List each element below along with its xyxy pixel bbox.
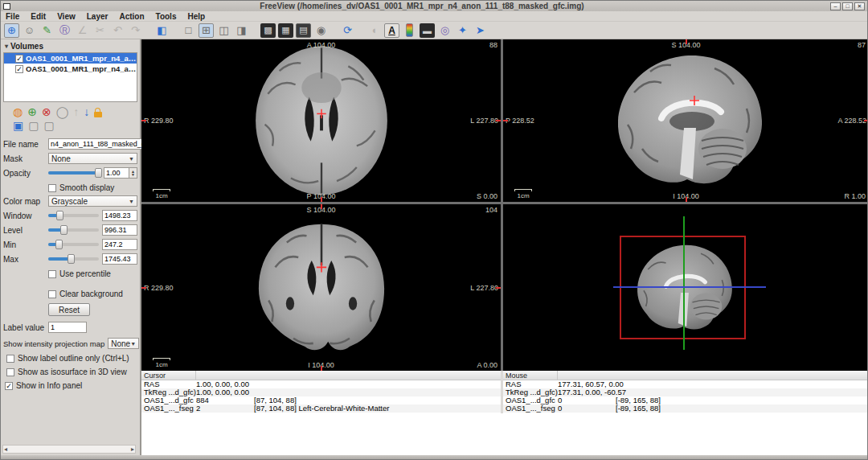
clear-background-label: Clear background xyxy=(59,290,123,298)
opacity-label: Opacity xyxy=(3,169,48,178)
menu-file[interactable]: File xyxy=(6,12,19,21)
info-zone: Cursor RAS 1.00, 0.00, 0.00 TkReg ...d_g… xyxy=(141,371,868,457)
path-edit-tool-icon[interactable]: ✂ xyxy=(92,23,108,38)
color-map-label: Color map xyxy=(3,197,48,206)
reset-button[interactable]: Reset xyxy=(48,303,90,316)
show-info-panel-checkbox[interactable]: ✓ xyxy=(5,382,13,390)
min-slider[interactable] xyxy=(48,243,99,246)
show-isosurface-checkbox[interactable] xyxy=(6,368,14,376)
color-map-dropdown[interactable]: Grayscale ▼ xyxy=(48,195,137,207)
intensity-projection-dropdown[interactable]: None ▼ xyxy=(108,338,139,349)
mask-dropdown[interactable]: None ▼ xyxy=(48,153,137,164)
show-info-panel-label: Show in Info panel xyxy=(16,381,82,390)
maximize-button[interactable]: □ xyxy=(842,2,853,10)
record-movie-icon[interactable]: ◎ xyxy=(437,23,452,38)
collapse-triangle-icon[interactable]: ▾ xyxy=(5,43,8,50)
max-input[interactable] xyxy=(102,253,137,265)
sidebar-horizontal-scrollbar[interactable]: ◂ ▸ xyxy=(2,445,136,454)
menu-tools[interactable]: Tools xyxy=(156,12,177,21)
move-layer-down-icon[interactable]: ↓ xyxy=(84,106,89,118)
reset-view-icon[interactable]: ⟳ xyxy=(340,23,355,38)
volume-list-item[interactable]: ✓ OAS1_0001_MR1_mpr_n4_anon_11... xyxy=(4,64,137,74)
slice-axis-blue[interactable] xyxy=(613,286,766,288)
freeview-window: FreeView (/home/ines_dv/OAS1_0001_MR1_mp… xyxy=(0,0,868,460)
copy-settings-icon[interactable]: ▣ xyxy=(13,120,23,132)
menu-view[interactable]: View xyxy=(57,12,76,21)
view-axial-icon[interactable]: ▩ xyxy=(260,23,276,38)
undo-icon[interactable]: ↶ xyxy=(110,23,125,38)
measure-tool-icon[interactable]: ∠ xyxy=(75,23,90,38)
unlock-layer-icon[interactable] xyxy=(94,112,102,117)
view-coronal-icon[interactable]: ▤ xyxy=(296,23,311,38)
axial-brain-image xyxy=(243,40,400,201)
use-percentile-checkbox[interactable] xyxy=(48,270,56,278)
level-input[interactable] xyxy=(102,224,137,236)
volume-list: ✓ OAS1_0001_MR1_mpr_n4_anon ... ✓ OAS1_0… xyxy=(3,52,137,102)
volume-visible-checkbox[interactable]: ✓ xyxy=(15,55,23,63)
file-name-input[interactable] xyxy=(48,138,147,150)
volumes-header[interactable]: ▾ Volumes xyxy=(5,42,137,51)
sagittal-brain-image xyxy=(592,44,780,197)
info-row: OAS1_..._fseg 2 [87, 104, 88] Left-Cereb… xyxy=(141,405,501,413)
view-3d-icon[interactable]: ◉ xyxy=(313,23,329,38)
volume-list-item[interactable]: ✓ OAS1_0001_MR1_mpr_n4_anon ... xyxy=(4,53,137,64)
menu-action[interactable]: Action xyxy=(119,12,144,21)
minimize-button[interactable]: ‒ xyxy=(830,2,841,10)
volumes-header-label: Volumes xyxy=(10,42,43,51)
coronal-view[interactable]: S 104.00 104 R 229.80 L 227.80 I 104.00 … xyxy=(141,204,501,371)
menu-layer[interactable]: Layer xyxy=(87,12,108,21)
opacity-input[interactable] xyxy=(104,167,129,179)
save-volume-icon[interactable]: ◯ xyxy=(56,106,69,118)
new-volume-icon[interactable]: ◍ xyxy=(13,106,23,118)
clear-background-checkbox[interactable] xyxy=(48,290,56,298)
navigate-tool-icon[interactable]: ⊕ xyxy=(4,23,19,38)
chevron-down-icon: ▼ xyxy=(129,156,134,162)
max-slider[interactable] xyxy=(48,257,99,261)
move-layer-up-icon[interactable]: ↑ xyxy=(73,106,79,118)
redo-icon[interactable]: ↷ xyxy=(128,23,143,38)
window-slider[interactable] xyxy=(48,214,99,217)
view-sagittal-icon[interactable]: ▦ xyxy=(278,23,293,38)
adjust-contrast-icon[interactable]: ▬ xyxy=(420,23,435,38)
min-input[interactable] xyxy=(102,239,137,250)
recon-edit-tool-icon[interactable]: ✎ xyxy=(39,23,55,38)
show-brain-surface-icon[interactable]: ◖ xyxy=(366,23,382,38)
load-volume-icon[interactable]: ⊕ xyxy=(27,106,37,118)
view-3d[interactable] xyxy=(503,204,868,371)
view-grid: A 104.00 88 R 229.80 L 227.80 P 104.00 S… xyxy=(141,39,868,371)
opacity-slider[interactable] xyxy=(48,171,100,175)
show-annotation-icon[interactable]: A xyxy=(384,23,399,38)
close-volume-icon[interactable]: ⊗ xyxy=(42,106,51,118)
scroll-right-icon[interactable]: ▸ xyxy=(131,446,134,453)
goto-point-icon[interactable]: ➤ xyxy=(473,23,488,38)
window-icon xyxy=(3,3,10,10)
paste-settings-icon[interactable]: ▢ xyxy=(28,120,39,132)
close-button[interactable]: ✕ xyxy=(854,2,865,10)
layout-1x3-side-icon[interactable]: ◨ xyxy=(234,23,249,38)
toggle-control-panel-icon[interactable]: ◧ xyxy=(154,23,170,38)
volume-visible-checkbox[interactable]: ✓ xyxy=(15,65,23,73)
paste-settings-all-icon[interactable]: ▢ xyxy=(43,120,54,132)
save-screenshot-icon[interactable]: ✦ xyxy=(455,23,470,38)
axial-slice-number: 88 xyxy=(489,41,497,49)
menu-edit[interactable]: Edit xyxy=(31,12,46,21)
label-value-input[interactable] xyxy=(48,322,87,333)
slice-axis-green[interactable] xyxy=(683,216,685,350)
window-input[interactable] xyxy=(102,210,137,221)
layout-single-icon[interactable]: □ xyxy=(181,23,196,38)
layout-1x3-icon[interactable]: ◫ xyxy=(216,23,231,38)
level-slider[interactable] xyxy=(48,228,99,232)
layout-2x2-icon[interactable]: ⊞ xyxy=(199,23,214,38)
menu-help[interactable]: Help xyxy=(187,12,205,21)
voxel-edit-tool-icon[interactable]: ☺ xyxy=(22,23,37,38)
opacity-spinner[interactable]: ▲▼ xyxy=(129,167,137,179)
show-label-outline-checkbox[interactable] xyxy=(6,355,14,363)
scroll-left-icon[interactable]: ◂ xyxy=(4,446,7,453)
sagittal-right-coordinate: A 228.52 xyxy=(837,117,866,125)
show-color-scale-icon[interactable] xyxy=(406,23,413,37)
smooth-display-checkbox[interactable] xyxy=(48,184,56,192)
roi-edit-tool-icon[interactable]: Ⓡ xyxy=(57,23,72,38)
axial-view[interactable]: A 104.00 88 R 229.80 L 227.80 P 104.00 S… xyxy=(141,39,501,202)
window-label: Window xyxy=(3,212,48,220)
sagittal-view[interactable]: S 104.00 87 P 228.52 A 228.52 I 104.00 R… xyxy=(503,39,868,202)
